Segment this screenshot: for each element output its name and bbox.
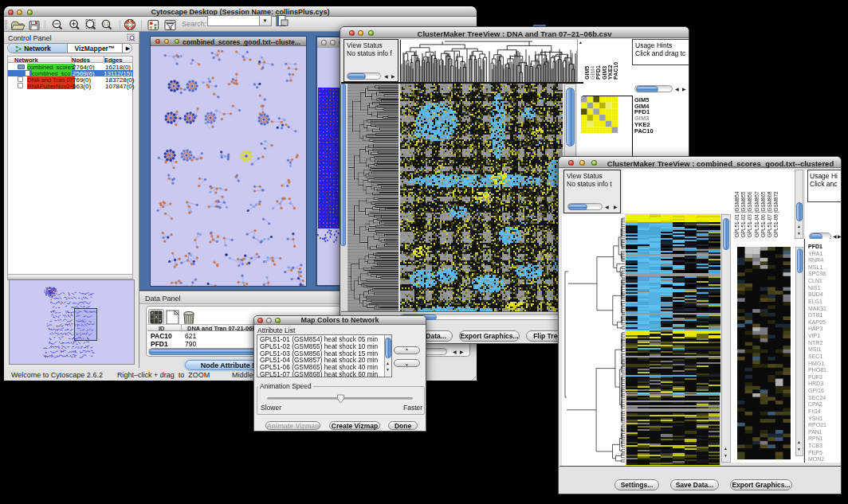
svg-text:1:1: 1:1 (104, 22, 109, 26)
